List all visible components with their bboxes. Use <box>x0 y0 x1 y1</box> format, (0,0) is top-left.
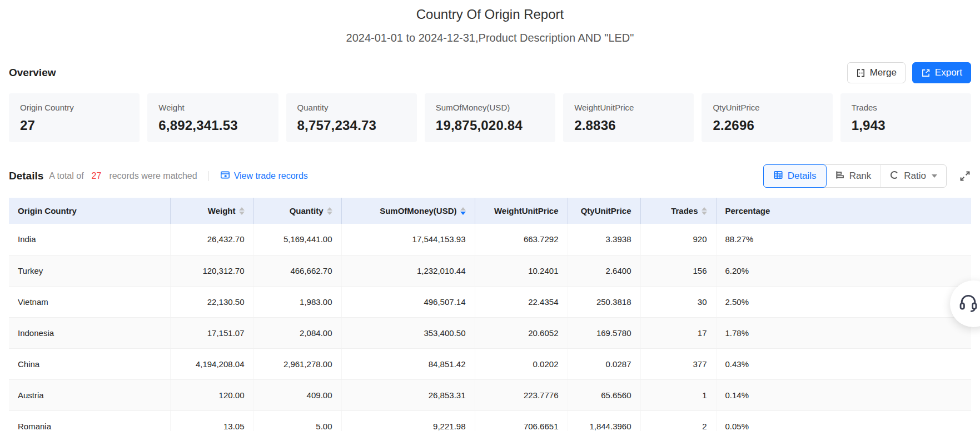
table-cell: 2,961,278.00 <box>253 348 341 379</box>
stat-card-label: Origin Country <box>20 103 128 112</box>
stat-card-label: WeightUnitPrice <box>574 103 683 112</box>
details-bar: Details A total of 27 records were match… <box>9 164 971 188</box>
column-header-weightunitprice: WeightUnitPrice <box>475 198 568 224</box>
column-header-label: QtyUnitPrice <box>581 206 631 216</box>
table-cell: Austria <box>9 379 170 410</box>
table-cell: 1.78% <box>716 317 971 348</box>
table-cell: 22,130.50 <box>170 286 253 317</box>
table-cell: 156 <box>640 255 716 286</box>
view-trade-records-label: View trade records <box>234 171 308 181</box>
table-cell: 4,194,208.04 <box>170 348 253 379</box>
sort-arrows-icon[interactable] <box>702 207 707 215</box>
column-header-percentage: Percentage <box>716 198 971 224</box>
column-header-weight[interactable]: Weight <box>170 198 253 224</box>
table-cell: 663.7292 <box>475 224 568 255</box>
table-header-row: Origin CountryWeightQuantitySumOfMoney(U… <box>9 198 971 224</box>
table-cell: 0.14% <box>716 379 971 410</box>
overview-heading: Overview <box>9 67 56 79</box>
merge-button[interactable]: Merge <box>847 62 906 83</box>
column-header-quantity[interactable]: Quantity <box>253 198 341 224</box>
vertical-divider <box>208 171 209 181</box>
table-cell: 5,169,441.00 <box>253 224 341 255</box>
table-row[interactable]: Austria120.00409.0026,853.31223.777665.6… <box>9 379 971 410</box>
chevron-down-icon <box>932 174 937 178</box>
tab-rank[interactable]: Rank <box>826 165 881 187</box>
table-cell: 10.2401 <box>475 255 568 286</box>
table-row[interactable]: Indonesia17,151.072,084.00353,400.5020.6… <box>9 317 971 348</box>
fullscreen-button[interactable] <box>959 170 971 182</box>
stat-card: Weight6,892,341.53 <box>147 93 278 142</box>
stat-card-value: 19,875,020.84 <box>436 118 544 133</box>
table-cell: 84,851.42 <box>341 348 475 379</box>
merge-cells-icon <box>856 68 865 78</box>
column-header-sumofmoney-usd-[interactable]: SumOfMoney(USD) <box>341 198 475 224</box>
stat-card-label: Trades <box>852 103 960 112</box>
table-cell: 0.0287 <box>568 348 640 379</box>
trade-records-icon <box>220 170 230 182</box>
stat-card: Quantity8,757,234.73 <box>286 93 417 142</box>
column-header-label: SumOfMoney(USD) <box>380 206 456 216</box>
table-cell: 250.3818 <box>568 286 640 317</box>
table-cell: 3.3938 <box>568 224 640 255</box>
sort-arrows-icon[interactable] <box>327 207 332 215</box>
table-cell: 9,221.98 <box>341 410 475 431</box>
match-count: 27 <box>89 171 104 181</box>
column-header-qtyunitprice: QtyUnitPrice <box>568 198 640 224</box>
stat-card: WeightUnitPrice2.8836 <box>563 93 694 142</box>
stat-card-value: 2.8836 <box>574 118 683 133</box>
match-text-prefix: A total of <box>49 171 83 181</box>
export-button[interactable]: Export <box>912 62 971 83</box>
stat-card-value: 2.2696 <box>713 118 821 133</box>
table-cell: 0.05% <box>716 410 971 431</box>
sort-arrows-icon[interactable] <box>239 207 245 215</box>
ratio-icon <box>889 170 899 183</box>
table-row[interactable]: Vietnam22,130.501,983.00496,507.1422.435… <box>9 286 971 317</box>
column-header-label: Origin Country <box>18 206 77 216</box>
table-cell: 2,084.00 <box>253 317 341 348</box>
table-cell: 88.27% <box>716 224 971 255</box>
column-header-trades[interactable]: Trades <box>640 198 716 224</box>
view-trade-records-link[interactable]: View trade records <box>220 170 308 182</box>
table-cell: India <box>9 224 170 255</box>
table-cell: 2 <box>640 410 716 431</box>
table-cell: 26,853.31 <box>341 379 475 410</box>
table-cell: 17,544,153.93 <box>341 224 475 255</box>
table-row[interactable]: China4,194,208.042,961,278.0084,851.420.… <box>9 348 971 379</box>
table-cell: 65.6560 <box>568 379 640 410</box>
table-cell: 0.43% <box>716 348 971 379</box>
table-cell: 1 <box>640 379 716 410</box>
table-row[interactable]: Turkey120,312.70466,662.701,232,010.4410… <box>9 255 971 286</box>
stat-card: QtyUnitPrice2.2696 <box>702 93 832 142</box>
table-cell: 22.4354 <box>475 286 568 317</box>
table-cell: 920 <box>640 224 716 255</box>
tab-details[interactable]: Details <box>763 164 827 188</box>
page-title: Country Of Origin Report <box>9 7 971 22</box>
table-cell: Indonesia <box>9 317 170 348</box>
tab-details-label: Details <box>788 171 817 182</box>
table-head: Origin CountryWeightQuantitySumOfMoney(U… <box>9 198 971 224</box>
table-cell: 30 <box>640 286 716 317</box>
column-header-label: WeightUnitPrice <box>494 206 559 216</box>
column-header-label: Percentage <box>725 206 770 216</box>
rank-icon <box>835 170 845 183</box>
sort-arrows-icon[interactable] <box>460 207 466 215</box>
table-row[interactable]: India26,432.705,169,441.0017,544,153.936… <box>9 224 971 255</box>
stat-card: SumOfMoney(USD)19,875,020.84 <box>425 93 555 142</box>
tab-rank-label: Rank <box>849 171 872 182</box>
stat-card: Trades1,943 <box>840 93 971 142</box>
overview-actions: Merge Export <box>847 62 971 83</box>
stat-card-label: SumOfMoney(USD) <box>436 103 544 112</box>
table-cell: 26,432.70 <box>170 224 253 255</box>
table-cell: 706.6651 <box>475 410 568 431</box>
overview-bar: Overview Merge Export <box>9 62 971 83</box>
tab-ratio[interactable]: Ratio <box>880 165 946 187</box>
page: Country Of Origin Report 2024-01-01 to 2… <box>0 0 980 431</box>
origin-country-table: Origin CountryWeightQuantitySumOfMoney(U… <box>9 198 971 431</box>
table-row[interactable]: Romania13.055.009,221.98706.66511,844.39… <box>9 410 971 431</box>
column-header-label: Trades <box>671 206 698 216</box>
table-cell: 353,400.50 <box>341 317 475 348</box>
merge-button-label: Merge <box>870 67 897 78</box>
table-cell: 6.20% <box>716 255 971 286</box>
stat-card: Origin Country27 <box>9 93 140 142</box>
stat-card-value: 8,757,234.73 <box>297 118 406 133</box>
